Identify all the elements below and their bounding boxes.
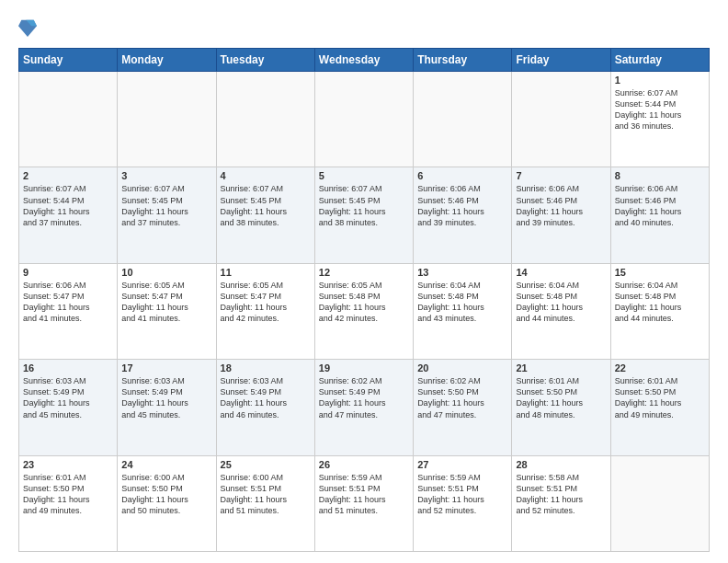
calendar-cell: 8Sunrise: 6:06 AM Sunset: 5:46 PM Daylig… — [610, 167, 709, 263]
day-number: 26 — [319, 459, 409, 470]
day-number: 1 — [615, 75, 705, 86]
header — [18, 15, 710, 40]
day-info: Sunrise: 6:06 AM Sunset: 5:46 PM Dayligh… — [417, 183, 507, 228]
calendar-cell: 13Sunrise: 6:04 AM Sunset: 5:48 PM Dayli… — [414, 263, 512, 359]
day-number: 22 — [615, 362, 705, 373]
day-info: Sunrise: 6:02 AM Sunset: 5:50 PM Dayligh… — [417, 375, 507, 420]
calendar-cell: 27Sunrise: 5:59 AM Sunset: 5:51 PM Dayli… — [414, 455, 512, 551]
day-number: 24 — [121, 459, 211, 470]
day-number: 21 — [516, 362, 606, 373]
calendar-cell — [19, 72, 118, 167]
calendar-cell: 25Sunrise: 6:00 AM Sunset: 5:51 PM Dayli… — [216, 455, 314, 551]
header-sunday: Sunday — [19, 49, 118, 72]
calendar-cell: 3Sunrise: 6:07 AM Sunset: 5:45 PM Daylig… — [118, 167, 216, 263]
day-info: Sunrise: 6:05 AM Sunset: 5:47 PM Dayligh… — [121, 280, 211, 325]
day-number: 10 — [121, 267, 211, 278]
header-monday: Monday — [118, 49, 216, 72]
day-info: Sunrise: 6:07 AM Sunset: 5:44 PM Dayligh… — [615, 87, 705, 132]
calendar-cell: 2Sunrise: 6:07 AM Sunset: 5:44 PM Daylig… — [19, 167, 118, 263]
header-thursday: Thursday — [414, 49, 512, 72]
calendar-cell: 18Sunrise: 6:03 AM Sunset: 5:49 PM Dayli… — [216, 360, 314, 455]
day-info: Sunrise: 6:02 AM Sunset: 5:49 PM Dayligh… — [319, 375, 409, 420]
day-number: 20 — [417, 362, 507, 373]
day-info: Sunrise: 6:03 AM Sunset: 5:49 PM Dayligh… — [23, 375, 113, 420]
calendar-cell: 1Sunrise: 6:07 AM Sunset: 5:44 PM Daylig… — [610, 72, 709, 167]
calendar-cell: 16Sunrise: 6:03 AM Sunset: 5:49 PM Dayli… — [19, 360, 118, 455]
day-number: 9 — [23, 267, 113, 278]
header-tuesday: Tuesday — [216, 49, 314, 72]
day-number: 5 — [319, 170, 409, 181]
day-number: 19 — [319, 362, 409, 373]
calendar-cell: 4Sunrise: 6:07 AM Sunset: 5:45 PM Daylig… — [216, 167, 314, 263]
day-info: Sunrise: 6:04 AM Sunset: 5:48 PM Dayligh… — [417, 280, 507, 325]
header-friday: Friday — [512, 49, 610, 72]
day-info: Sunrise: 5:58 AM Sunset: 5:51 PM Dayligh… — [516, 472, 606, 517]
day-info: Sunrise: 6:07 AM Sunset: 5:45 PM Dayligh… — [121, 183, 211, 228]
calendar-cell: 7Sunrise: 6:06 AM Sunset: 5:46 PM Daylig… — [512, 167, 610, 263]
calendar-week-row: 9Sunrise: 6:06 AM Sunset: 5:47 PM Daylig… — [19, 263, 710, 359]
day-info: Sunrise: 6:05 AM Sunset: 5:47 PM Dayligh… — [221, 280, 311, 325]
calendar-cell: 26Sunrise: 5:59 AM Sunset: 5:51 PM Dayli… — [314, 455, 413, 551]
calendar-cell: 21Sunrise: 6:01 AM Sunset: 5:50 PM Dayli… — [512, 360, 610, 455]
calendar-cell: 14Sunrise: 6:04 AM Sunset: 5:48 PM Dayli… — [512, 263, 610, 359]
logo — [18, 15, 40, 40]
day-info: Sunrise: 6:05 AM Sunset: 5:48 PM Dayligh… — [319, 280, 409, 325]
calendar-week-row: 2Sunrise: 6:07 AM Sunset: 5:44 PM Daylig… — [19, 167, 710, 263]
calendar-week-row: 1Sunrise: 6:07 AM Sunset: 5:44 PM Daylig… — [19, 72, 710, 167]
day-info: Sunrise: 5:59 AM Sunset: 5:51 PM Dayligh… — [417, 472, 507, 517]
day-number: 25 — [221, 459, 311, 470]
calendar-cell: 10Sunrise: 6:05 AM Sunset: 5:47 PM Dayli… — [118, 263, 216, 359]
day-info: Sunrise: 5:59 AM Sunset: 5:51 PM Dayligh… — [319, 472, 409, 517]
calendar-cell: 9Sunrise: 6:06 AM Sunset: 5:47 PM Daylig… — [19, 263, 118, 359]
day-number: 16 — [23, 362, 113, 373]
calendar-cell: 19Sunrise: 6:02 AM Sunset: 5:49 PM Dayli… — [314, 360, 413, 455]
day-number: 17 — [121, 362, 211, 373]
calendar-cell: 5Sunrise: 6:07 AM Sunset: 5:45 PM Daylig… — [314, 167, 413, 263]
calendar-cell: 11Sunrise: 6:05 AM Sunset: 5:47 PM Dayli… — [216, 263, 314, 359]
day-number: 2 — [23, 170, 113, 181]
calendar-cell — [118, 72, 216, 167]
day-info: Sunrise: 6:07 AM Sunset: 5:44 PM Dayligh… — [23, 183, 113, 228]
day-number: 4 — [221, 170, 311, 181]
header-wednesday: Wednesday — [314, 49, 413, 72]
day-info: Sunrise: 6:00 AM Sunset: 5:50 PM Dayligh… — [121, 472, 211, 517]
calendar-cell — [216, 72, 314, 167]
calendar-cell: 17Sunrise: 6:03 AM Sunset: 5:49 PM Dayli… — [118, 360, 216, 455]
day-info: Sunrise: 6:03 AM Sunset: 5:49 PM Dayligh… — [121, 375, 211, 420]
calendar-cell: 22Sunrise: 6:01 AM Sunset: 5:50 PM Dayli… — [610, 360, 709, 455]
day-info: Sunrise: 6:07 AM Sunset: 5:45 PM Dayligh… — [319, 183, 409, 228]
calendar-body: 1Sunrise: 6:07 AM Sunset: 5:44 PM Daylig… — [19, 72, 710, 552]
header-saturday: Saturday — [610, 49, 709, 72]
day-number: 7 — [516, 170, 606, 181]
day-number: 28 — [516, 459, 606, 470]
day-info: Sunrise: 6:04 AM Sunset: 5:48 PM Dayligh… — [615, 280, 705, 325]
calendar-cell — [414, 72, 512, 167]
day-info: Sunrise: 6:04 AM Sunset: 5:48 PM Dayligh… — [516, 280, 606, 325]
calendar-week-row: 23Sunrise: 6:01 AM Sunset: 5:50 PM Dayli… — [19, 455, 710, 551]
day-info: Sunrise: 6:00 AM Sunset: 5:51 PM Dayligh… — [221, 472, 311, 517]
calendar-cell: 28Sunrise: 5:58 AM Sunset: 5:51 PM Dayli… — [512, 455, 610, 551]
calendar-cell: 6Sunrise: 6:06 AM Sunset: 5:46 PM Daylig… — [414, 167, 512, 263]
day-info: Sunrise: 6:01 AM Sunset: 5:50 PM Dayligh… — [615, 375, 705, 420]
day-info: Sunrise: 6:07 AM Sunset: 5:45 PM Dayligh… — [221, 183, 311, 228]
calendar-cell — [512, 72, 610, 167]
day-number: 27 — [417, 459, 507, 470]
calendar-cell: 20Sunrise: 6:02 AM Sunset: 5:50 PM Dayli… — [414, 360, 512, 455]
calendar-header: Sunday Monday Tuesday Wednesday Thursday… — [19, 49, 710, 72]
day-info: Sunrise: 6:01 AM Sunset: 5:50 PM Dayligh… — [23, 472, 113, 517]
day-number: 13 — [417, 267, 507, 278]
day-info: Sunrise: 6:06 AM Sunset: 5:46 PM Dayligh… — [516, 183, 606, 228]
calendar-cell: 23Sunrise: 6:01 AM Sunset: 5:50 PM Dayli… — [19, 455, 118, 551]
logo-icon — [18, 15, 37, 40]
calendar-cell: 12Sunrise: 6:05 AM Sunset: 5:48 PM Dayli… — [314, 263, 413, 359]
calendar-cell: 15Sunrise: 6:04 AM Sunset: 5:48 PM Dayli… — [610, 263, 709, 359]
page: Sunday Monday Tuesday Wednesday Thursday… — [0, 0, 728, 563]
day-number: 18 — [221, 362, 311, 373]
weekday-header-row: Sunday Monday Tuesday Wednesday Thursday… — [19, 49, 710, 72]
day-info: Sunrise: 6:01 AM Sunset: 5:50 PM Dayligh… — [516, 375, 606, 420]
day-number: 12 — [319, 267, 409, 278]
day-number: 15 — [615, 267, 705, 278]
calendar-cell: 24Sunrise: 6:00 AM Sunset: 5:50 PM Dayli… — [118, 455, 216, 551]
day-number: 6 — [417, 170, 507, 181]
calendar-table: Sunday Monday Tuesday Wednesday Thursday… — [18, 48, 710, 552]
